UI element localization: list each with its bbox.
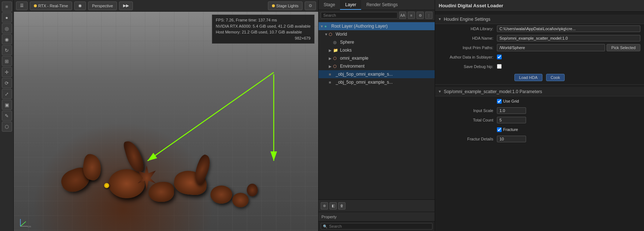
hda-name-row: HDA Name:: [435, 33, 644, 43]
viewport-canvas[interactable]: FPS: 7.26, Frame time: 137.74 ms NVIDIA …: [14, 12, 318, 231]
obj2-action2-btn[interactable]: 👁: [416, 80, 422, 85]
expand-btn[interactable]: ▶▶: [119, 1, 133, 10]
tree-environment[interactable]: ▶ ⬡ Environment: [319, 62, 435, 70]
bookmark-btn[interactable]: ⊙: [305, 1, 316, 10]
hda-library-input[interactable]: [497, 25, 640, 32]
pick-selected-btn[interactable]: Pick Selected: [607, 44, 640, 51]
save-debug-checkbox[interactable]: [497, 64, 502, 69]
property-header-label: Property: [321, 215, 337, 219]
rtx-realtime-btn[interactable]: RTX - Real-Time: [30, 1, 72, 10]
params-section-arrow-icon: ▼: [438, 89, 442, 93]
property-section: Property 🔍: [319, 212, 435, 231]
author-sublayer-row: Author Data in Sublayer:: [435, 52, 644, 62]
toolbar-scale-btn[interactable]: ⤢: [2, 89, 12, 99]
tree-world[interactable]: ▼ ⬡ World: [319, 30, 435, 38]
fps-line2: NVIDIA RTX A6000: 5.4 GiB used, 41.2 GiB…: [216, 23, 311, 29]
perspective-btn[interactable]: Perspective: [88, 1, 117, 10]
use-grid-checkbox[interactable]: [497, 99, 502, 104]
total-count-input[interactable]: [497, 117, 526, 123]
omni-arrow-icon: ▶: [329, 56, 333, 60]
toolbar-grid-btn[interactable]: ⊞: [2, 56, 12, 66]
author-sublayer-checkbox[interactable]: [497, 55, 502, 59]
layer-search-icon[interactable]: AA: [399, 12, 406, 19]
engine-section-title[interactable]: ▼ Houdini Engine Settings: [435, 15, 644, 24]
viewport-topbar: ☰ RTX - Real-Time ◉ Perspective ▶▶ Stage…: [14, 0, 318, 12]
camera-btn[interactable]: ◉: [74, 1, 86, 10]
hda-library-row: HDA Library:: [435, 24, 644, 33]
menu-expand-btn[interactable]: ☰: [16, 1, 28, 10]
hda-name-input[interactable]: [497, 35, 640, 41]
obj1-lock-btn[interactable]: 🔒: [428, 72, 433, 77]
obj2-label: _obj_5op_omni_example_s...: [336, 80, 411, 85]
toolbar-light-btn[interactable]: ●: [2, 12, 12, 23]
tree-omni-example[interactable]: ▶ ⬡ omni_example: [319, 54, 435, 62]
author-sublayer-label: Author Data in Sublayer:: [439, 55, 497, 59]
params-section-label: Sop/omni_example_scatter_model:1.0 Param…: [444, 89, 542, 94]
layer-panel: Stage Layer Render Settings AA ≡ ⚙ ⋮ ▼ ●…: [318, 0, 435, 231]
obj2-lock-btn[interactable]: 🔒: [428, 80, 433, 85]
tree-sphere[interactable]: ◎ Sphere: [319, 38, 435, 46]
tab-stage[interactable]: Stage: [319, 0, 340, 10]
total-count-label: Total Count: [439, 118, 497, 122]
layer-bottom-bar: ⊕ ◧ 🗑: [319, 199, 435, 212]
env-arrow-icon: ▶: [329, 64, 333, 68]
settings-header-label: Houdini Digital Asset Loader: [439, 3, 503, 8]
load-hda-btn[interactable]: Load HDA: [514, 74, 542, 81]
fracture-details-row: Fractur Details: [435, 134, 644, 144]
looks-label: Looks: [340, 48, 433, 53]
input-scale-label: Input Scale: [439, 108, 497, 113]
toolbar-move-btn[interactable]: ✛: [2, 67, 12, 77]
fracture-details-input[interactable]: [497, 136, 526, 142]
tree-looks[interactable]: ▶ 📁 Looks: [319, 46, 435, 54]
hda-name-label: HDA Name:: [439, 36, 497, 40]
panel-tabs: Stage Layer Render Settings: [319, 0, 435, 10]
toolbar-select-btn[interactable]: ▣: [2, 100, 12, 110]
toolbar-rotate2-btn[interactable]: ⟳: [2, 78, 12, 88]
obj1-action3-btn[interactable]: ◉: [422, 72, 427, 77]
toolbar-menu-btn[interactable]: ≡: [2, 1, 12, 12]
obj1-action2-btn[interactable]: 👁: [416, 72, 422, 77]
env-icon: ⬡: [333, 64, 339, 69]
layer-tree: ▼ ● Root Layer (Authoring Layer) ▼ ⬡ Wor…: [319, 21, 435, 199]
scene-object-10: [247, 184, 258, 196]
layer-options-btn[interactable]: ≡: [408, 12, 415, 19]
stage-lights-label: Stage Lights: [276, 4, 299, 8]
layer-search-input[interactable]: [321, 12, 398, 19]
settings-body: ▼ Houdini Engine Settings HDA Library: H…: [435, 12, 644, 231]
obj2-action1-btn[interactable]: ✎: [411, 80, 416, 85]
input-prim-label: Input Prim Paths:: [439, 45, 497, 50]
tree-obj2[interactable]: ■ _obj_5op_omni_example_s... ✎ 👁 ◉ 🔒: [319, 78, 435, 86]
fracture-details-label: Fractur Details: [439, 137, 497, 141]
params-section-title[interactable]: ▼ Sop/omni_example_scatter_model:1.0 Par…: [435, 87, 644, 96]
tree-obj1[interactable]: ■ _obj_5op_omni_example_s... ✎ 👁 ◉ 🔒: [319, 70, 435, 78]
tree-root-layer[interactable]: ▼ ● Root Layer (Authoring Layer): [319, 22, 435, 30]
tab-render-settings[interactable]: Render Settings: [361, 0, 403, 10]
layer-search-bar: AA ≡ ⚙ ⋮: [319, 10, 435, 21]
fracture-checkbox[interactable]: [497, 127, 502, 132]
toolbar-eye-btn[interactable]: ◉: [2, 34, 12, 44]
cook-btn[interactable]: Cook: [546, 74, 565, 81]
toolbar-camera-btn[interactable]: ◎: [2, 23, 12, 33]
layer-layers-btn[interactable]: ◧: [329, 202, 337, 210]
stage-lights-btn[interactable]: Stage Lights: [268, 1, 303, 10]
toolbar-paint-btn[interactable]: ⬡: [2, 122, 12, 132]
env-label: Environment: [340, 64, 433, 69]
section-divider: [435, 84, 644, 85]
obj1-action1-btn[interactable]: ✎: [411, 72, 416, 77]
input-scale-input[interactable]: [497, 107, 526, 114]
layer-add-btn[interactable]: ⊕: [321, 202, 328, 210]
use-grid-value: Use Grid: [497, 99, 640, 104]
toolbar-pen-btn[interactable]: ✎: [2, 111, 12, 121]
fracture-text: Fracture: [503, 127, 518, 132]
fracture-wrap: Fracture: [497, 127, 640, 132]
looks-arrow-icon: ▶: [329, 48, 333, 52]
toolbar-rotate-btn[interactable]: ↻: [2, 45, 12, 55]
layer-more-btn[interactable]: ⋮: [425, 12, 432, 19]
rtx-label: RTX - Real-Time: [38, 4, 68, 8]
layer-delete-btn[interactable]: 🗑: [338, 202, 345, 210]
layer-settings-btn[interactable]: ⚙: [416, 12, 424, 19]
input-prim-input[interactable]: [497, 44, 605, 51]
property-search-input[interactable]: [321, 223, 432, 230]
obj2-action3-btn[interactable]: ◉: [422, 80, 427, 85]
tab-layer[interactable]: Layer: [340, 0, 361, 10]
